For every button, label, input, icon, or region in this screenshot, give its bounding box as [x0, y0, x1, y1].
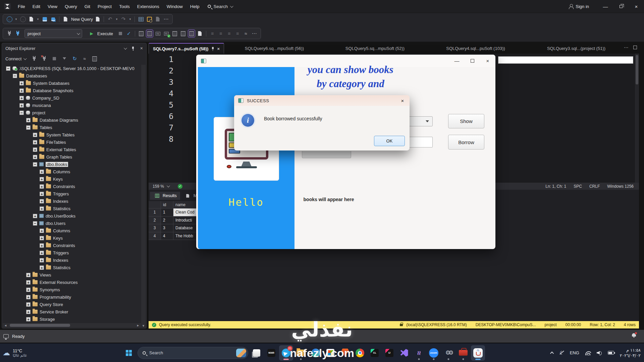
dialog-title-bar[interactable]: SUCCESS × [234, 95, 410, 106]
menu-item[interactable]: Query [61, 0, 81, 13]
tree-expander-icon[interactable] [26, 118, 31, 122]
dropdown-chevron-icon[interactable] [115, 15, 119, 23]
encoding-indicator[interactable]: Windows 1256 [607, 184, 634, 189]
dropdown-chevron-icon[interactable] [36, 15, 40, 23]
tree-expander-icon[interactable] [40, 192, 44, 196]
nav-forward-icon[interactable] [19, 15, 26, 23]
menu-item[interactable]: Project [94, 0, 115, 13]
dna-app-icon[interactable] [412, 345, 426, 361]
tree-expander-icon[interactable] [40, 265, 44, 270]
overflow-icon[interactable] [162, 15, 170, 23]
dialog-close-icon[interactable]: × [395, 98, 410, 104]
change-connection-icon[interactable] [14, 29, 21, 38]
script-disabled-icon[interactable] [91, 55, 98, 63]
start-button[interactable] [121, 346, 136, 360]
clion-icon[interactable]: CL [368, 345, 382, 361]
separator[interactable] [135, 16, 135, 22]
tree-expander-icon[interactable] [19, 96, 24, 100]
tree-expander-icon[interactable] [26, 295, 31, 299]
tree-item[interactable]: Service Broker [2, 308, 142, 315]
tree-item[interactable]: Indexes [2, 197, 142, 205]
undo-icon[interactable] [106, 15, 114, 23]
tree-item[interactable]: External Tables [2, 146, 142, 153]
query-tab[interactable]: SQLQuery4.sql...puSoft (103)) [425, 43, 526, 54]
find-in-files-icon[interactable] [146, 15, 153, 23]
tree-item[interactable]: musicana [2, 102, 142, 109]
scroll-right-icon[interactable]: ► [135, 324, 141, 327]
tree-expander-icon[interactable] [40, 184, 44, 189]
indent-icon[interactable] [209, 29, 216, 38]
stop-disabled-icon[interactable] [51, 55, 58, 63]
battery-icon[interactable] [608, 351, 614, 355]
zoom-icon[interactable]: zoom [427, 345, 441, 361]
tree-item[interactable]: System Tables [2, 131, 142, 138]
tree-item[interactable]: Database Diagrams [2, 116, 142, 124]
tree-item[interactable]: Statistics [2, 264, 142, 271]
results-pane-icon[interactable] [179, 29, 187, 38]
tree-item[interactable]: Company_SD [2, 94, 142, 102]
notification-bell-icon[interactable] [632, 333, 636, 337]
intellij-idea-icon[interactable]: IJ [382, 345, 396, 361]
borrow-button[interactable]: Borrow [448, 135, 484, 149]
tree-expander-icon[interactable] [33, 133, 37, 137]
open-query-icon[interactable] [94, 15, 101, 23]
grid-row-header[interactable]: 4 [149, 232, 161, 240]
separator[interactable] [206, 31, 206, 37]
grid-cell-id[interactable]: 1 [161, 208, 173, 217]
connect-object-icon[interactable] [31, 55, 38, 63]
tree-expander-icon[interactable] [33, 214, 37, 218]
tree-item[interactable]: Database Snapshots [2, 87, 142, 94]
tree-item[interactable]: Views [2, 271, 142, 279]
menu-item[interactable]: Window [163, 0, 186, 13]
tree-item[interactable]: Programmability [2, 293, 142, 301]
tree-expander-icon[interactable] [40, 170, 44, 174]
tree-item[interactable]: dbo.Users [2, 220, 142, 227]
focus-assist-icon[interactable] [559, 350, 564, 356]
tree-item[interactable]: Columns [2, 227, 142, 234]
pin-icon[interactable] [131, 46, 135, 51]
volume-icon[interactable] [597, 351, 602, 355]
tree-expander-icon[interactable] [26, 280, 31, 285]
query-tab[interactable]: SQLQuery6.sq...mpuSoft (56)) [224, 43, 325, 54]
refresh-icon[interactable] [71, 55, 78, 63]
tab-close-icon[interactable]: × [217, 46, 220, 51]
zoom-level[interactable]: 159 % [153, 184, 164, 189]
zoom-chevron-icon[interactable] [167, 184, 170, 187]
grid-cell-id[interactable]: 3 [161, 224, 173, 232]
results-to-text-icon[interactable] [138, 29, 145, 38]
tree-expander-icon[interactable] [26, 125, 31, 130]
disconnect-icon[interactable] [41, 55, 48, 63]
menu-item[interactable]: View [44, 0, 61, 13]
visual-studio-icon[interactable] [397, 345, 411, 361]
menu-item[interactable]: Extensions [133, 0, 163, 13]
taskbar-search[interactable]: Search [138, 347, 248, 359]
tree-item[interactable]: Databases [2, 72, 142, 79]
tree-expander-icon[interactable] [40, 236, 44, 240]
comment-icon[interactable] [225, 29, 233, 38]
separator[interactable] [135, 31, 135, 37]
results-grid-toggle-icon[interactable] [188, 29, 195, 38]
java-icon[interactable] [471, 345, 485, 361]
query-options-icon[interactable] [242, 29, 250, 38]
brave-icon[interactable] [338, 345, 352, 361]
table-edit-icon[interactable] [137, 15, 145, 23]
menu-search[interactable]: Search [208, 4, 232, 9]
tree-expander-icon[interactable] [19, 103, 24, 108]
app-minimize-button[interactable]: — [449, 55, 465, 67]
document-disabled-icon[interactable] [154, 15, 161, 23]
menu-item[interactable]: Edit [29, 0, 44, 13]
microsoft-office-icon[interactable] [323, 345, 337, 361]
panel-chevron-icon[interactable] [124, 46, 127, 50]
tree-expander-icon[interactable] [26, 288, 31, 292]
tree-item[interactable]: Graph Tables [2, 153, 142, 161]
menu-item[interactable]: Tools [115, 0, 133, 13]
redo-icon[interactable] [120, 15, 127, 23]
tree-item[interactable]: Statistics [2, 205, 142, 212]
connect-plug-icon[interactable] [6, 29, 13, 38]
edge-icon[interactable] [309, 345, 323, 361]
tree-item[interactable]: System Databases [2, 79, 142, 87]
microsoft-365-icon[interactable]: M365 [264, 345, 278, 361]
tree-expander-icon[interactable] [26, 317, 31, 321]
tree-item[interactable]: Storage [2, 315, 142, 322]
spaces-indicator[interactable]: SPC [574, 184, 582, 189]
